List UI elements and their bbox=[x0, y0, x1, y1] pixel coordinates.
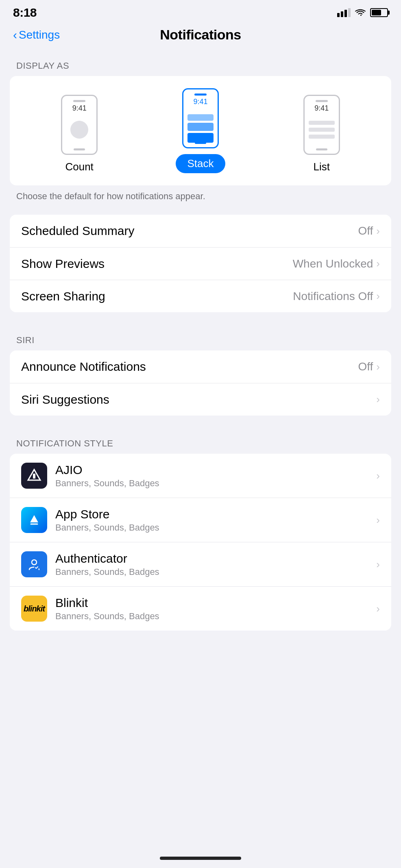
scheduled-summary-chevron: › bbox=[376, 225, 380, 237]
stack-notch bbox=[194, 94, 207, 96]
page-title: Notifications bbox=[160, 27, 241, 43]
scheduled-summary-label: Scheduled Summary bbox=[21, 224, 134, 238]
list-phone-mockup: 9:41 bbox=[303, 95, 340, 155]
battery-icon bbox=[370, 8, 388, 17]
stack-phone-mockup: 9:41 bbox=[182, 88, 219, 148]
stack-time: 9:41 bbox=[193, 98, 207, 106]
authenticator-chevron: › bbox=[376, 558, 380, 571]
ajio-subtitle: Banners, Sounds, Badges bbox=[55, 478, 159, 489]
announce-notifications-chevron: › bbox=[376, 361, 380, 373]
ajio-chevron: › bbox=[376, 470, 380, 482]
status-bar: 8:18 bbox=[0, 0, 401, 23]
wifi-icon bbox=[355, 9, 366, 17]
list-content bbox=[305, 121, 339, 139]
scheduled-summary-row[interactable]: Scheduled Summary Off › bbox=[10, 215, 391, 247]
scheduled-summary-value: Off bbox=[358, 224, 373, 237]
ajio-label: AJIO bbox=[55, 463, 159, 477]
stack-label[interactable]: Stack bbox=[176, 154, 225, 173]
scheduled-summary-value-group: Off › bbox=[358, 224, 380, 237]
announce-notifications-value: Off bbox=[358, 360, 373, 373]
display-helper-text: Choose the default for how notifications… bbox=[0, 185, 401, 202]
show-previews-chevron: › bbox=[376, 257, 380, 270]
announce-notifications-row[interactable]: Announce Notifications Off › bbox=[10, 350, 391, 383]
blinkit-row[interactable]: blinkit Blinkit Banners, Sounds, Badges … bbox=[10, 586, 391, 631]
app-store-row-left: App Store Banners, Sounds, Badges bbox=[21, 507, 159, 533]
count-home-bar bbox=[74, 148, 85, 150]
display-as-section-label: DISPLAY AS bbox=[0, 51, 401, 76]
stack-content bbox=[183, 114, 218, 143]
screen-sharing-chevron: › bbox=[376, 290, 380, 302]
ajio-row[interactable]: AJIO Banners, Sounds, Badges › bbox=[10, 454, 391, 498]
count-notch bbox=[73, 100, 85, 102]
list-notch bbox=[316, 100, 328, 102]
signal-icon bbox=[337, 8, 351, 17]
blinkit-chevron: › bbox=[376, 603, 380, 615]
back-label: Settings bbox=[19, 28, 60, 41]
back-chevron-icon: ‹ bbox=[13, 29, 17, 41]
screen-sharing-row[interactable]: Screen Sharing Notifications Off › bbox=[10, 280, 391, 312]
app-store-icon bbox=[21, 507, 47, 533]
siri-suggestions-label: Siri Suggestions bbox=[21, 393, 109, 407]
siri-section-label: SIRI bbox=[0, 325, 401, 350]
count-notification-circle bbox=[70, 121, 88, 139]
screen-sharing-label: Screen Sharing bbox=[21, 289, 105, 303]
screen-sharing-value: Notifications Off bbox=[293, 290, 373, 303]
svg-rect-1 bbox=[33, 474, 35, 479]
display-option-count[interactable]: 9:41 Count bbox=[61, 95, 98, 173]
blinkit-label: Blinkit bbox=[55, 596, 159, 610]
app-store-chevron: › bbox=[376, 514, 380, 526]
siri-suggestions-value-group: › bbox=[373, 393, 380, 406]
blinkit-row-left: blinkit Blinkit Banners, Sounds, Badges bbox=[21, 596, 159, 622]
home-indicator bbox=[160, 857, 241, 860]
show-previews-label: Show Previews bbox=[21, 257, 105, 271]
stack-home-bar bbox=[195, 142, 206, 144]
siri-suggestions-chevron: › bbox=[376, 393, 380, 406]
authenticator-subtitle: Banners, Sounds, Badges bbox=[55, 567, 159, 577]
show-previews-value: When Unlocked bbox=[293, 257, 373, 270]
display-options: 9:41 Count 9:41 Stack bbox=[10, 88, 391, 173]
app-store-subtitle: Banners, Sounds, Badges bbox=[55, 522, 159, 533]
siri-suggestions-row[interactable]: Siri Suggestions › bbox=[10, 383, 391, 416]
list-time: 9:41 bbox=[314, 104, 329, 113]
blinkit-subtitle: Banners, Sounds, Badges bbox=[55, 611, 159, 622]
siri-card: Announce Notifications Off › Siri Sugges… bbox=[10, 350, 391, 416]
status-icons bbox=[337, 8, 388, 17]
blinkit-icon: blinkit bbox=[21, 596, 47, 622]
ajio-icon bbox=[21, 463, 47, 489]
show-previews-row[interactable]: Show Previews When Unlocked › bbox=[10, 247, 391, 280]
announce-notifications-label: Announce Notifications bbox=[21, 360, 146, 374]
count-phone-mockup: 9:41 bbox=[61, 95, 98, 155]
authenticator-row-left: Authenticator Banners, Sounds, Badges bbox=[21, 551, 159, 577]
app-store-label: App Store bbox=[55, 507, 159, 521]
settings-rows-card: Scheduled Summary Off › Show Previews Wh… bbox=[10, 215, 391, 312]
count-time: 9:41 bbox=[72, 104, 87, 113]
display-as-card: 9:41 Count 9:41 Stack bbox=[10, 76, 391, 185]
list-label: List bbox=[314, 161, 330, 173]
authenticator-icon bbox=[21, 551, 47, 577]
display-option-stack[interactable]: 9:41 Stack bbox=[176, 88, 225, 173]
list-home-bar bbox=[316, 148, 327, 150]
app-store-row[interactable]: App Store Banners, Sounds, Badges › bbox=[10, 498, 391, 542]
nav-header: ‹ Settings Notifications bbox=[0, 23, 401, 51]
authenticator-label: Authenticator bbox=[55, 552, 159, 566]
back-button[interactable]: ‹ Settings bbox=[13, 28, 60, 41]
announce-notifications-value-group: Off › bbox=[358, 360, 380, 373]
ajio-row-left: AJIO Banners, Sounds, Badges bbox=[21, 463, 159, 489]
screen-sharing-value-group: Notifications Off › bbox=[293, 290, 380, 303]
notification-style-card: AJIO Banners, Sounds, Badges › App Store… bbox=[10, 454, 391, 631]
notification-style-section-label: NOTIFICATION STYLE bbox=[0, 429, 401, 454]
show-previews-value-group: When Unlocked › bbox=[293, 257, 380, 270]
count-label: Count bbox=[65, 161, 93, 173]
authenticator-row[interactable]: Authenticator Banners, Sounds, Badges › bbox=[10, 542, 391, 586]
svg-point-2 bbox=[32, 560, 37, 565]
display-option-list[interactable]: 9:41 List bbox=[303, 95, 340, 173]
status-time: 8:18 bbox=[13, 6, 37, 20]
